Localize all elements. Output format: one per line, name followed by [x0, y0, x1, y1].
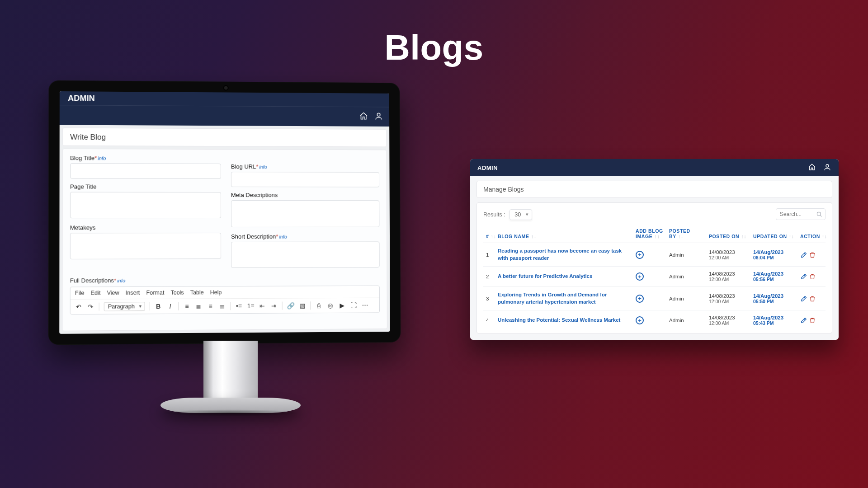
media-icon[interactable]: ▶: [339, 302, 346, 309]
toolbar-separator: [282, 302, 283, 310]
page-title-input[interactable]: [70, 192, 221, 218]
blog-name-link[interactable]: A better future for Predictive Analytics: [498, 273, 630, 280]
edit-icon[interactable]: [800, 273, 807, 279]
image-icon[interactable]: ▧: [299, 302, 306, 309]
table-row: 1Reading a passport has now become an ea…: [483, 243, 826, 267]
table-row: 4Unleashing the Potential: Sexual Wellne…: [483, 310, 826, 331]
edit-icon[interactable]: [800, 296, 807, 301]
svg-point-1: [826, 164, 829, 167]
write-blog-screen: ADMIN Write Blog: [59, 91, 390, 334]
blogs-table: #↑↓ BLOG NAME↑↓ ADD BLOG IMAGE↑↓ POSTED …: [483, 225, 826, 330]
paragraph-select[interactable]: Paragraph: [104, 302, 145, 311]
outdent-icon[interactable]: ⇤: [259, 302, 266, 310]
blog-name-link[interactable]: Unleashing the Potential: Sexual Wellnes…: [498, 317, 630, 324]
toolbar-separator: [178, 302, 179, 310]
blog-url-label: Blog URL*info: [231, 163, 267, 170]
redo-icon[interactable]: ↷: [87, 303, 94, 310]
col-action[interactable]: ACTION↑↓: [797, 225, 826, 243]
italic-icon[interactable]: I: [166, 303, 174, 310]
rte-menu-file[interactable]: File: [75, 290, 84, 296]
col-add-image[interactable]: ADD BLOG IMAGE↑↓: [633, 225, 666, 243]
camera-dot: [224, 86, 228, 90]
rte-menu-view[interactable]: View: [107, 290, 119, 296]
topbar: ADMIN: [470, 159, 839, 176]
rte-menu-tools[interactable]: Tools: [170, 290, 184, 296]
print-icon[interactable]: ⎙: [315, 302, 322, 309]
blog-url-input[interactable]: [231, 172, 379, 187]
rte-toolbar: ↶ ↷ Paragraph B I ≡ ≣ ≡: [71, 298, 379, 314]
page-title: Blogs: [0, 27, 868, 68]
posted-by: Admin: [666, 267, 706, 287]
fullscreen-icon[interactable]: ⛶: [350, 302, 357, 309]
posted-on: 14/08/202312:00 AM: [706, 310, 750, 331]
add-image-button[interactable]: +: [636, 295, 644, 303]
edit-icon[interactable]: [800, 252, 807, 257]
updated-on: 14/Aug/202305:50 PM: [750, 287, 797, 310]
edit-icon[interactable]: [800, 317, 807, 323]
metakeys-input[interactable]: [70, 233, 221, 259]
align-left-icon[interactable]: ≡: [184, 303, 191, 310]
col-updated-on[interactable]: UPDATED ON↑↓: [750, 225, 797, 243]
home-icon[interactable]: [808, 163, 816, 173]
profile-icon[interactable]: [823, 163, 831, 173]
posted-by: Admin: [666, 243, 706, 267]
search-icon: [816, 211, 822, 217]
updated-on: 14/Aug/202306:04 PM: [750, 243, 797, 267]
rte-menu-insert[interactable]: Insert: [126, 290, 140, 296]
bullet-list-icon[interactable]: •≡: [236, 302, 243, 310]
posted-by: Admin: [666, 310, 706, 331]
preview-icon[interactable]: ◎: [327, 302, 334, 309]
posted-on: 14/08/202312:00 AM: [706, 267, 750, 287]
monitor-mockup: ADMIN Write Blog: [50, 81, 411, 407]
updated-on: 14/Aug/202305:43 PM: [750, 310, 797, 331]
col-index[interactable]: #↑↓: [483, 225, 495, 243]
add-image-button[interactable]: +: [636, 272, 644, 281]
blog-title-input[interactable]: [70, 163, 221, 179]
profile-icon[interactable]: [374, 112, 383, 122]
short-desc-input[interactable]: [231, 241, 380, 268]
row-index: 1: [483, 243, 495, 267]
indent-icon[interactable]: ⇥: [270, 302, 278, 310]
svg-point-0: [377, 113, 380, 116]
more-icon[interactable]: ⋯: [362, 302, 369, 309]
monitor-stand-base: [160, 398, 301, 413]
home-icon[interactable]: [359, 112, 368, 122]
delete-icon[interactable]: [809, 252, 816, 257]
add-image-button[interactable]: +: [636, 316, 644, 324]
row-index: 4: [483, 310, 495, 331]
col-blog-name[interactable]: BLOG NAME↑↓: [495, 225, 633, 243]
toolbar-separator: [150, 302, 150, 310]
monitor-bezel: ADMIN Write Blog: [48, 80, 401, 345]
delete-icon[interactable]: [809, 296, 816, 301]
add-image-button[interactable]: +: [636, 251, 644, 259]
page-title-label: Page Title: [70, 183, 97, 190]
rte-menu-edit[interactable]: Edit: [91, 290, 101, 296]
align-justify-icon[interactable]: ≣: [219, 302, 226, 310]
brand-label: ADMIN: [477, 164, 498, 171]
blog-name-link[interactable]: Reading a passport has now become an eas…: [498, 248, 630, 262]
undo-icon[interactable]: ↶: [75, 303, 82, 310]
align-center-icon[interactable]: ≣: [195, 302, 203, 310]
link-icon[interactable]: 🔗: [287, 302, 294, 309]
table-row: 2A better future for Predictive Analytic…: [483, 267, 826, 287]
toolbar-separator: [231, 302, 231, 310]
delete-icon[interactable]: [809, 273, 816, 279]
col-posted-by[interactable]: POSTED BY↑↓: [666, 225, 706, 243]
meta-desc-input[interactable]: [231, 200, 379, 227]
col-posted-on[interactable]: POSTED ON↑↓: [706, 225, 750, 243]
rte-menu-table[interactable]: Table: [190, 289, 204, 296]
posted-on: 14/08/202312:00 AM: [706, 287, 750, 310]
blog-name-link[interactable]: Exploring Trends in Growth and Demand fo…: [498, 291, 630, 305]
rte-menu-format[interactable]: Format: [146, 290, 165, 296]
write-blog-form: Blog Title*info Page Title Metakeys: [62, 149, 387, 331]
bold-icon[interactable]: B: [155, 303, 162, 310]
delete-icon[interactable]: [809, 317, 816, 323]
results-select[interactable]: 30: [509, 209, 532, 220]
rte-menu-help[interactable]: Help: [210, 289, 222, 296]
align-right-icon[interactable]: ≡: [207, 302, 214, 310]
posted-by: Admin: [666, 287, 706, 310]
sub-topbar: [60, 105, 389, 127]
number-list-icon[interactable]: 1≡: [247, 302, 255, 310]
row-index: 3: [483, 287, 495, 310]
brand-label: ADMIN: [68, 91, 95, 105]
